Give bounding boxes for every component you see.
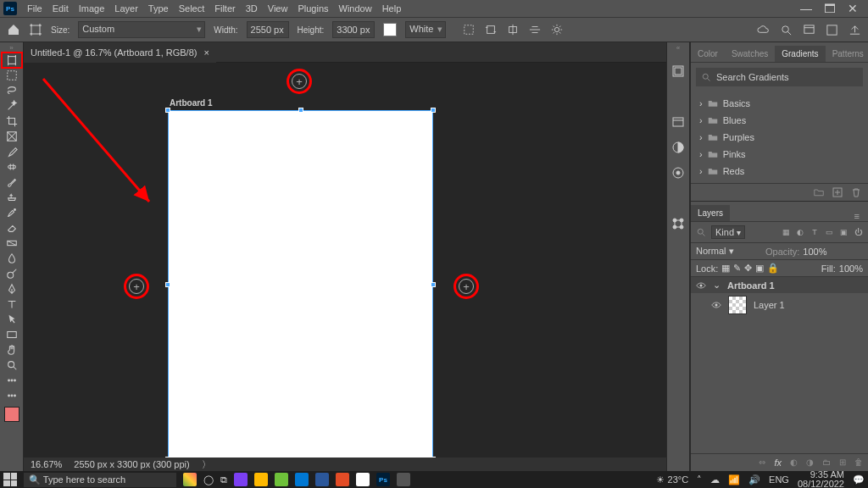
rectangle-tool[interactable] bbox=[2, 327, 22, 342]
history-brush-tool[interactable] bbox=[2, 205, 22, 220]
volume-icon[interactable]: 🔊 bbox=[748, 474, 760, 485]
gradient-folder[interactable]: ›Basics bbox=[698, 95, 861, 112]
gradient-folder[interactable]: ›Reds bbox=[698, 163, 861, 180]
new-layer-icon[interactable]: ⊞ bbox=[839, 458, 846, 468]
taskbar-app-icon[interactable] bbox=[183, 473, 197, 486]
visibility-icon[interactable] bbox=[696, 280, 706, 291]
add-artboard-right-button[interactable]: + bbox=[459, 279, 474, 294]
crop-icon[interactable] bbox=[485, 24, 497, 36]
search-gradients-input[interactable]: Search Gradients bbox=[696, 68, 863, 86]
fx-icon[interactable]: fx bbox=[774, 458, 782, 468]
toolbar-more[interactable] bbox=[2, 373, 22, 388]
menu-3d[interactable]: 3D bbox=[241, 3, 263, 14]
handle-top-mid[interactable] bbox=[298, 108, 303, 113]
lock-all-icon[interactable]: 🔒 bbox=[767, 263, 779, 274]
tab-swatches[interactable]: Swatches bbox=[725, 46, 775, 62]
trash-icon[interactable] bbox=[851, 187, 861, 197]
align-icon[interactable] bbox=[463, 24, 475, 36]
toolbar-expand[interactable]: » bbox=[0, 44, 23, 53]
menu-file[interactable]: File bbox=[22, 3, 47, 14]
lock-transparent-icon[interactable]: ▦ bbox=[721, 263, 730, 274]
hand-tool[interactable] bbox=[2, 342, 22, 358]
taskbar-app-icon[interactable] bbox=[397, 473, 410, 486]
taskbar-app-icon[interactable] bbox=[315, 473, 329, 486]
blend-mode-select[interactable]: Normal ▾ bbox=[696, 246, 762, 257]
frame-icon[interactable] bbox=[826, 24, 838, 36]
taskbar-app-icon[interactable] bbox=[356, 473, 370, 486]
taskbar-app-icon[interactable] bbox=[254, 473, 268, 486]
paths-panel-icon[interactable] bbox=[671, 217, 685, 230]
tab-color[interactable]: Color bbox=[691, 46, 725, 62]
handle-mid-left[interactable] bbox=[165, 282, 170, 287]
width-field[interactable]: 2550 px bbox=[247, 21, 289, 38]
menu-image[interactable]: Image bbox=[74, 3, 110, 14]
tab-patterns[interactable]: Patterns bbox=[826, 46, 868, 62]
delete-layer-icon[interactable]: 🗑 bbox=[854, 458, 863, 468]
visibility-icon[interactable] bbox=[711, 300, 721, 310]
restore-button[interactable]: 🗖 bbox=[824, 2, 836, 15]
language-indicator[interactable]: ENG bbox=[769, 474, 789, 485]
distribute-icon[interactable] bbox=[507, 24, 519, 36]
onedrive-icon[interactable]: ☁ bbox=[710, 474, 720, 485]
lock-position-icon[interactable]: ✥ bbox=[744, 263, 752, 274]
opacity-field[interactable]: 100% bbox=[803, 247, 826, 257]
tab-gradients[interactable]: Gradients bbox=[775, 46, 825, 62]
menu-filter[interactable]: Filter bbox=[209, 3, 240, 14]
minimize-button[interactable]: — bbox=[800, 2, 812, 15]
new-folder-icon[interactable] bbox=[814, 187, 824, 197]
filter-adjust-icon[interactable]: ◐ bbox=[795, 227, 805, 237]
notifications-icon[interactable]: 💬 bbox=[853, 474, 865, 485]
properties-panel-icon[interactable] bbox=[671, 115, 685, 129]
brush-tool[interactable] bbox=[2, 175, 22, 190]
lasso-tool[interactable] bbox=[2, 83, 22, 98]
filter-shape-icon[interactable]: ▭ bbox=[824, 227, 834, 237]
taskbar-app-icon[interactable] bbox=[295, 473, 309, 486]
blur-tool[interactable] bbox=[2, 251, 22, 266]
magic-wand-tool[interactable] bbox=[2, 98, 22, 114]
menu-window[interactable]: Window bbox=[334, 3, 377, 14]
tab-close-icon[interactable]: × bbox=[203, 47, 209, 58]
weather-widget[interactable]: ☀ 23°C bbox=[656, 474, 688, 485]
foreground-color-swatch[interactable] bbox=[4, 407, 19, 422]
eraser-tool[interactable] bbox=[2, 220, 22, 236]
panel-menu-icon[interactable]: ≡ bbox=[851, 211, 863, 221]
menu-select[interactable]: Select bbox=[174, 3, 210, 14]
layer-artboard-row[interactable]: ⌄ Artboard 1 bbox=[691, 277, 868, 293]
taskbar-search[interactable]: 🔍 Type here to search bbox=[24, 473, 176, 487]
taskbar-taskview-icon[interactable]: ⧉ bbox=[220, 474, 227, 485]
dodge-tool[interactable] bbox=[2, 266, 22, 281]
path-select-tool[interactable] bbox=[2, 312, 22, 327]
document-tab[interactable]: Untitled-1 @ 16.7% (Artboard 1, RGB/8) × bbox=[24, 42, 216, 63]
mask-icon[interactable]: ◐ bbox=[790, 458, 798, 468]
taskbar-app-icon[interactable] bbox=[234, 473, 248, 486]
new-group-icon[interactable]: 🗀 bbox=[822, 458, 831, 468]
libraries-panel-icon[interactable] bbox=[671, 166, 685, 180]
taskbar-app-icon[interactable] bbox=[275, 473, 288, 486]
panel-expand[interactable]: « bbox=[667, 44, 689, 53]
menu-layer[interactable]: Layer bbox=[109, 3, 143, 14]
lock-artboard-icon[interactable]: ▣ bbox=[755, 263, 764, 274]
filter-toggle-icon[interactable]: ⏻ bbox=[853, 227, 863, 237]
zoom-level[interactable]: 16.67% bbox=[31, 459, 62, 469]
menu-edit[interactable]: Edit bbox=[47, 3, 74, 14]
adjustments-panel-icon[interactable] bbox=[671, 141, 685, 154]
artboard-label[interactable]: Artboard 1 bbox=[170, 98, 213, 108]
close-button[interactable]: ✕ bbox=[848, 2, 858, 15]
clock[interactable]: 9:35 AM08/12/2022 bbox=[798, 470, 844, 488]
menu-plugins[interactable]: Plugins bbox=[292, 3, 333, 14]
gradient-folder[interactable]: ›Pinks bbox=[698, 146, 861, 163]
gradient-folder[interactable]: ›Purples bbox=[698, 129, 861, 146]
new-item-icon[interactable] bbox=[832, 187, 843, 197]
menu-help[interactable]: Help bbox=[377, 3, 407, 14]
taskbar-photoshop-icon[interactable]: Ps bbox=[376, 473, 390, 486]
edit-toolbar[interactable] bbox=[2, 388, 22, 403]
filter-pixel-icon[interactable]: ▦ bbox=[781, 227, 791, 237]
chevron-down-icon[interactable]: ⌄ bbox=[713, 280, 721, 291]
taskbar-cortana-icon[interactable]: ◯ bbox=[203, 474, 214, 485]
layer-row[interactable]: Layer 1 bbox=[691, 293, 868, 317]
tab-layers[interactable]: Layers bbox=[691, 205, 730, 221]
gradient-tool[interactable] bbox=[2, 236, 22, 251]
add-artboard-left-button[interactable]: + bbox=[129, 279, 144, 294]
handle-mid-right[interactable] bbox=[431, 282, 436, 287]
healing-brush-tool[interactable] bbox=[2, 159, 22, 175]
